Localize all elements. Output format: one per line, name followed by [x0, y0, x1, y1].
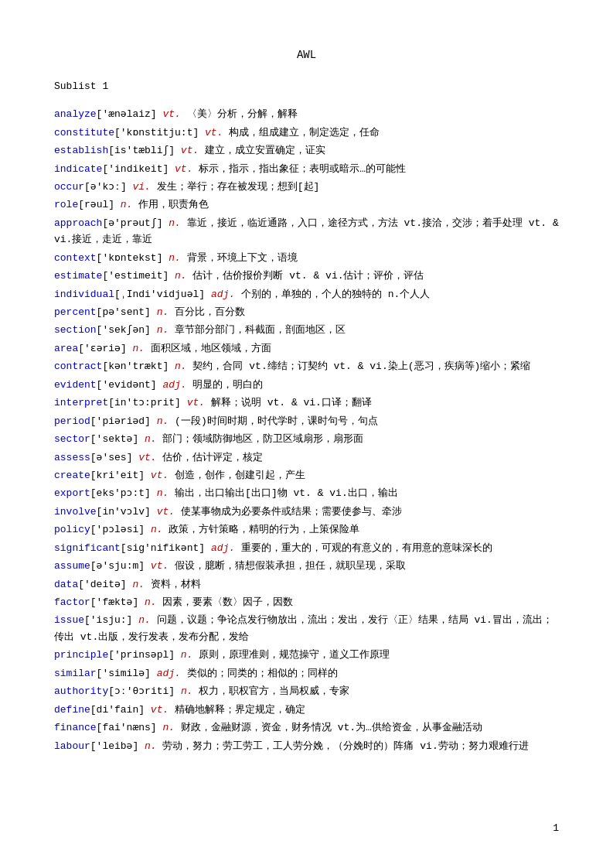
pos: n.	[138, 614, 151, 626]
pos: vt.	[162, 108, 180, 120]
pos: n.	[121, 199, 133, 210]
phonetic: [ə'ses]	[90, 452, 138, 463]
definition: 建立，成立安置确定，证实	[205, 145, 325, 156]
word: involve	[54, 506, 97, 518]
list-item: finance[fai'næns] n. 财政，金融财源，资金，财务情况 vt.…	[54, 719, 559, 736]
pos: n.	[145, 596, 157, 608]
pos: vt.	[181, 145, 199, 156]
pos: vt.	[175, 163, 192, 175]
phonetic: ['prinsəpl]	[108, 649, 181, 661]
list-item: evident['evidənt] adj. 明显的，明白的	[54, 377, 559, 393]
pos: n.	[169, 217, 181, 229]
list-item: principle['prinsəpl] n. 原则，原理准则，规范操守，道义工…	[54, 647, 559, 663]
pos: n.	[175, 270, 187, 282]
word: define	[54, 704, 90, 716]
pos: adj.	[211, 542, 235, 554]
phonetic: ['ænəlaiz]	[97, 108, 163, 120]
word: context	[54, 252, 97, 264]
list-item: labour['leibə] n. 劳动，努力；劳工劳工，工人劳分娩，（分娩时的…	[54, 738, 559, 754]
phonetic: [sig'nifikənt]	[121, 542, 211, 554]
list-item: significant[sig'nifikənt] adj. 重要的，重大的，可…	[54, 540, 559, 556]
list-item: approach[ə'prəutʃ] n. 靠近，接近，临近通路，入口，途径方式…	[54, 215, 559, 248]
phonetic: ['leibə]	[90, 740, 145, 752]
word: authority	[54, 685, 108, 697]
pos: n.	[175, 361, 187, 372]
phonetic: ['evidənt]	[97, 379, 163, 391]
phonetic: ['pɔləsi]	[90, 524, 151, 535]
definition: 使某事物成为必要条件或结果；需要使参与、牵涉	[181, 506, 402, 518]
definition: 作用，职责角色	[138, 199, 209, 210]
pos: n.	[157, 415, 169, 427]
definition: 标示，指示，指出象征；表明或暗示…的可能性	[199, 163, 406, 175]
word: labour	[54, 740, 90, 752]
phonetic: [ɔː'θɔriti]	[108, 685, 181, 697]
pos: vt.	[151, 470, 169, 481]
phonetic: [fai'næns]	[97, 722, 163, 733]
word: significant	[54, 542, 121, 554]
phonetic: [kri'eit]	[90, 470, 151, 481]
page-number: 1	[553, 821, 559, 837]
definition: (一段)时间时期，时代学时，课时句号，句点	[175, 415, 378, 427]
definition: 劳动，努力；劳工劳工，工人劳分娩，（分娩时的）阵痛 vi.劳动；努力艰难行进	[162, 740, 528, 752]
word: individual	[54, 289, 114, 300]
list-item: establish[is'tæbliʃ] vt. 建立，成立安置确定，证实	[54, 142, 559, 159]
pos: vt.	[157, 506, 175, 518]
word: estimate	[54, 270, 102, 282]
list-item: individual[ˌIndi'vidjuəl] adj. 个别的，单独的，个…	[54, 286, 559, 302]
phonetic: ['sektə]	[90, 433, 145, 445]
pos: vt.	[151, 560, 169, 572]
phonetic: [di'fain]	[90, 704, 151, 716]
word: contract	[54, 361, 102, 372]
definition: 百分比，百分数	[175, 306, 245, 318]
phonetic: [in'vɔlv]	[97, 506, 157, 518]
list-item: context['kɒntekst] n. 背景，环境上下文，语境	[54, 250, 559, 266]
definition: 个别的，单独的，个人的独特的 n.个人人	[241, 289, 430, 300]
definition: 明显的，明白的	[192, 379, 263, 391]
word: policy	[54, 524, 90, 535]
phonetic: [kən'trækt]	[102, 361, 175, 372]
list-item: analyze['ænəlaiz] vt. 〈美〉分析，分解，解释	[54, 106, 559, 122]
list-item: estimate['estimeit] n. 估计，估价报价判断 vt. & v…	[54, 268, 559, 284]
definition: 背景，环境上下文，语境	[187, 252, 298, 264]
phonetic: [in'tɔ:prit]	[108, 397, 186, 408]
list-item: issue['isju:] n. 问题，议题；争论点发行物放出，流出；发出，发行…	[54, 612, 559, 645]
word: area	[54, 343, 78, 354]
phonetic: ['estimeit]	[102, 270, 175, 282]
list-item: assess[ə'ses] vt. 估价，估计评定，核定	[54, 449, 559, 466]
phonetic: ['deitə]	[78, 579, 132, 590]
word: occur	[54, 181, 84, 193]
definition: 部门；领域防御地区，防卫区域扇形，扇形面	[162, 433, 363, 445]
pos: vt.	[138, 452, 156, 463]
word: factor	[54, 596, 90, 608]
pos: adj.	[157, 668, 181, 679]
pos: n.	[132, 579, 145, 590]
definition: 构成，组成建立，制定选定，任命	[229, 127, 380, 138]
list-item: interpret[in'tɔ:prit] vt. 解释；说明 vt. & vi…	[54, 395, 559, 411]
list-item: involve[in'vɔlv] vt. 使某事物成为必要条件或结果；需要使参与…	[54, 504, 559, 520]
phonetic: [ə'sju:m]	[90, 560, 151, 572]
definition: 输出，出口输出[出口]物 vt. & vi.出口，输出	[175, 487, 398, 499]
list-item: period['piəriəd] n. (一段)时间时期，时代学时，课时句号，句…	[54, 413, 559, 429]
phonetic: ['isju:]	[84, 614, 138, 626]
list-item: contract[kən'trækt] n. 契约，合同 vt.缔结；订契约 v…	[54, 358, 559, 374]
pos: adj.	[162, 379, 186, 391]
word: create	[54, 470, 90, 481]
list-item: authority[ɔː'θɔriti] n. 权力，职权官方，当局权威，专家	[54, 683, 559, 699]
word: assess	[54, 452, 90, 463]
pos: n.	[157, 487, 169, 499]
word: issue	[54, 614, 84, 626]
list-item: section['sekʃən] n. 章节部分部门，科截面，剖面地区，区	[54, 322, 559, 338]
list-item: assume[ə'sju:m] vt. 假设，臆断，猜想假装承担，担任，就职呈现…	[54, 558, 559, 574]
word: data	[54, 579, 78, 590]
pos: n.	[157, 306, 169, 318]
phonetic: [rəul]	[78, 199, 121, 210]
phonetic: ['sekʃən]	[97, 324, 157, 336]
list-item: data['deitə] n. 资料，材料	[54, 576, 559, 593]
definition: 章节部分部门，科截面，剖面地区，区	[175, 324, 346, 336]
definition: 估计，估价报价判断 vt. & vi.估计；评价，评估	[192, 270, 424, 282]
pos: n.	[133, 343, 145, 354]
word: interpret	[54, 397, 108, 408]
list-item: percent[pə'sent] n. 百分比，百分数	[54, 304, 559, 320]
pos: n.	[145, 433, 157, 445]
pos: n.	[181, 649, 193, 661]
